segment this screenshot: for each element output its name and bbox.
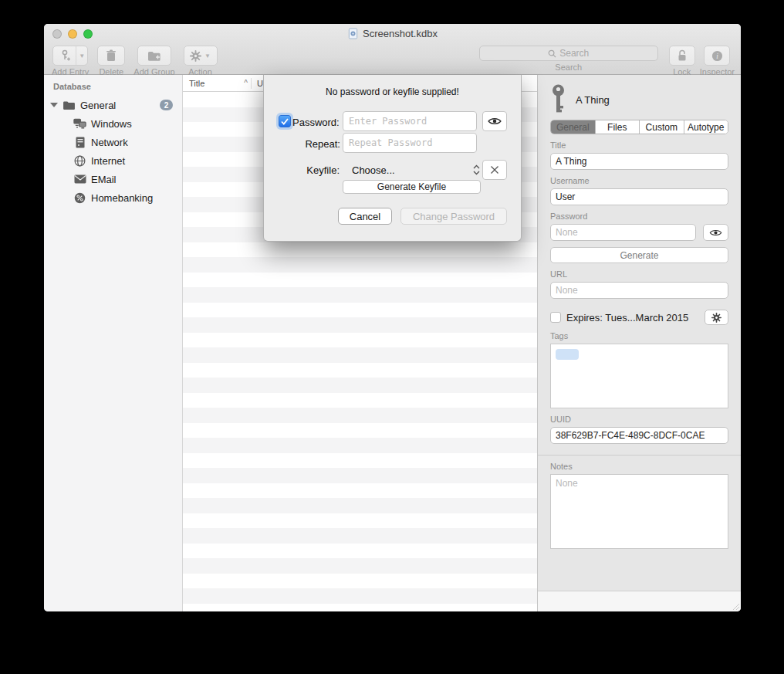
column-title-label: Title — [189, 79, 204, 88]
expires-label: Expires: Tues...March 2015 — [566, 312, 699, 323]
inspector-button[interactable]: i — [704, 46, 730, 66]
change-password-label: Change Password — [413, 211, 495, 222]
password-field[interactable]: None — [550, 224, 696, 241]
action-button[interactable]: ▼ — [184, 46, 218, 66]
uuid-value: 38F629B7-FC4E-489C-8DCF-0CAE — [556, 430, 705, 441]
globe-icon — [73, 155, 86, 167]
uuid-field[interactable]: 38F629B7-FC4E-489C-8DCF-0CAE — [550, 427, 728, 444]
toolbar-lock: Lock — [669, 46, 695, 76]
url-field[interactable]: None — [550, 282, 728, 299]
gear-icon — [711, 313, 721, 323]
generate-keyfile-button[interactable]: Generate Keyfile — [343, 180, 481, 194]
toolbar: ▼ Add Entry Delete — [44, 43, 741, 75]
generate-keyfile-label: Generate Keyfile — [377, 181, 446, 192]
tab-files[interactable]: Files — [596, 120, 640, 134]
inspector-divider — [538, 455, 741, 456]
sidebar-item-label: Windows — [91, 118, 132, 130]
tab-general[interactable]: General — [551, 120, 596, 134]
search-icon — [548, 49, 556, 58]
delete-button[interactable] — [97, 46, 125, 66]
trash-icon — [106, 49, 117, 62]
expires-settings-button[interactable] — [705, 310, 728, 325]
app-window: Screenshot.kdbx ▼ Add Entry — [44, 24, 741, 611]
resize-grip[interactable] — [732, 603, 740, 611]
sidebar-item-general[interactable]: General 2 — [44, 96, 182, 114]
checkmark-icon — [281, 118, 289, 125]
clear-keyfile-button[interactable] — [482, 160, 507, 180]
tags-box[interactable] — [550, 344, 728, 408]
sidebar: Database General 2 — [44, 75, 183, 611]
unlock-icon — [677, 49, 688, 62]
tab-autotype[interactable]: Autotype — [684, 120, 728, 134]
generate-password-button[interactable]: Generate — [550, 247, 728, 263]
reveal-password-button[interactable] — [703, 224, 728, 241]
dialog-password-input[interactable]: Enter Password — [343, 111, 477, 131]
eye-icon — [709, 229, 722, 237]
password-checkbox[interactable] — [279, 115, 291, 127]
sort-ascending-icon: ^ — [244, 79, 251, 87]
svg-text:i: i — [716, 52, 718, 60]
notes-label: Notes — [550, 462, 728, 471]
toolbar-action: ▼ Action — [184, 46, 218, 76]
change-password-button[interactable]: Change Password — [400, 208, 507, 225]
tag-pill[interactable] — [556, 349, 579, 360]
sidebar-item-homebanking[interactable]: Homebanking — [44, 188, 182, 207]
generate-button-label: Generate — [620, 250, 658, 261]
cancel-button-label: Cancel — [350, 211, 380, 222]
titlebar: Screenshot.kdbx — [44, 24, 741, 43]
eye-icon — [488, 117, 502, 126]
sidebar-section-header: Database — [44, 82, 182, 91]
toolbar-add-entry: ▼ Add Entry — [52, 46, 89, 76]
title-field[interactable]: A Thing — [550, 153, 728, 170]
lock-button[interactable] — [669, 46, 695, 66]
notes-field[interactable]: None — [550, 474, 728, 549]
dialog-repeat-input[interactable]: Repeat Password — [343, 133, 477, 153]
sheet-message: No password or keyfile supplied! — [264, 86, 521, 97]
search-input[interactable]: Search — [479, 46, 658, 61]
password-field-label: Password — [550, 212, 728, 221]
dialog-reveal-password-button[interactable] — [482, 111, 507, 131]
folder-plus-icon — [147, 50, 161, 62]
sidebar-item-label: Internet — [91, 155, 125, 167]
title-field-label: Title — [550, 141, 728, 150]
minimize-button[interactable] — [68, 29, 77, 39]
sidebar-item-internet[interactable]: Internet — [44, 151, 182, 170]
username-field[interactable]: User — [550, 188, 728, 205]
username-field-value: User — [556, 191, 575, 202]
inspector-panel: A Thing General Files Custom Autotype Ti… — [537, 75, 741, 611]
expires-checkbox[interactable] — [550, 312, 561, 323]
percent-icon — [73, 192, 86, 204]
url-field-label: URL — [550, 269, 728, 279]
zoom-button[interactable] — [83, 29, 93, 39]
dialog-password-label: Password: — [292, 117, 340, 128]
key-icon — [550, 84, 566, 115]
password-field-placeholder: None — [556, 227, 578, 238]
group-count-badge: 2 — [160, 100, 173, 110]
column-header-username[interactable]: U — [252, 79, 263, 88]
keyfile-dropdown[interactable]: Choose... — [352, 160, 480, 180]
search-label: Search — [555, 63, 582, 72]
disclosure-triangle-icon[interactable] — [50, 103, 58, 107]
sidebar-item-label: General — [80, 100, 116, 111]
username-field-label: Username — [550, 176, 728, 185]
add-entry-dropdown[interactable]: ▼ — [76, 46, 87, 65]
dialog-repeat-label: Repeat: — [298, 138, 340, 150]
sidebar-item-network[interactable]: Network — [44, 133, 182, 151]
toolbar-add-group: Add Group — [133, 46, 174, 76]
keyfile-dropdown-value: Choose... — [352, 164, 395, 176]
change-password-sheet: No password or keyfile supplied! Passwor… — [263, 75, 522, 242]
sidebar-item-label: EMail — [91, 174, 117, 185]
sidebar-item-windows[interactable]: Windows — [44, 114, 182, 133]
sidebar-item-email[interactable]: EMail — [44, 170, 182, 188]
column-header-title[interactable]: Title ^ — [183, 79, 251, 88]
add-group-button[interactable] — [137, 46, 171, 66]
document-icon — [347, 28, 359, 39]
close-button[interactable] — [52, 29, 62, 39]
cancel-button[interactable]: Cancel — [338, 208, 392, 225]
toolbar-delete: Delete — [97, 46, 125, 76]
stepper-icon — [473, 164, 480, 175]
expires-row: Expires: Tues...March 2015 — [550, 310, 728, 325]
tab-custom[interactable]: Custom — [640, 120, 684, 134]
add-entry-button[interactable]: ▼ — [52, 46, 88, 66]
window-title: Screenshot.kdbx — [363, 28, 438, 39]
